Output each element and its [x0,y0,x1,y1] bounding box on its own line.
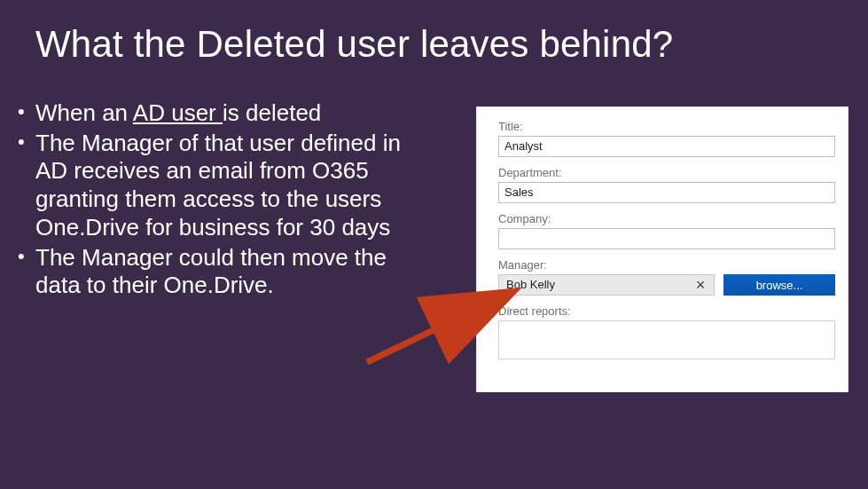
bullet-1-prefix: When an [35,99,133,126]
direct-reports-box[interactable] [498,320,835,359]
slide-title: What the Deleted user leaves behind? [35,23,673,66]
manager-value: Bob Kelly [506,278,555,291]
department-input[interactable]: Sales [498,182,835,203]
department-label: Department: [498,166,835,179]
direct-reports-row: Direct reports: [498,304,835,359]
slide: What the Deleted user leaves behind? Whe… [0,0,868,489]
department-row: Department: Sales [498,166,835,203]
title-label: Title: [498,120,835,133]
bullet-1-suffix: is deleted [223,99,321,126]
company-label: Company: [498,212,835,225]
company-row: Company: [498,212,835,249]
manager-row: Manager: Bob Kelly × browse... [498,258,835,296]
clear-manager-icon[interactable]: × [692,275,708,295]
user-properties-panel: Title: Analyst Department: Sales Company… [476,106,848,392]
bullet-1-underline: AD user [133,99,223,126]
bullet-item-1: When an AD user is deleted [14,99,422,128]
title-input[interactable]: Analyst [498,136,835,157]
bullet-item-2: The Manager of that user defined in AD r… [14,130,422,242]
bullet-list: When an AD user is deleted The Manager o… [14,99,422,302]
direct-reports-label: Direct reports: [498,304,835,318]
title-row: Title: Analyst [498,120,835,157]
manager-label: Manager: [498,258,715,272]
browse-button[interactable]: browse... [723,274,835,296]
manager-left: Manager: Bob Kelly × [498,258,715,296]
company-input[interactable] [498,228,835,249]
bullet-item-3: The Manager could then move the data to … [14,244,422,300]
manager-input[interactable]: Bob Kelly × [498,274,715,296]
